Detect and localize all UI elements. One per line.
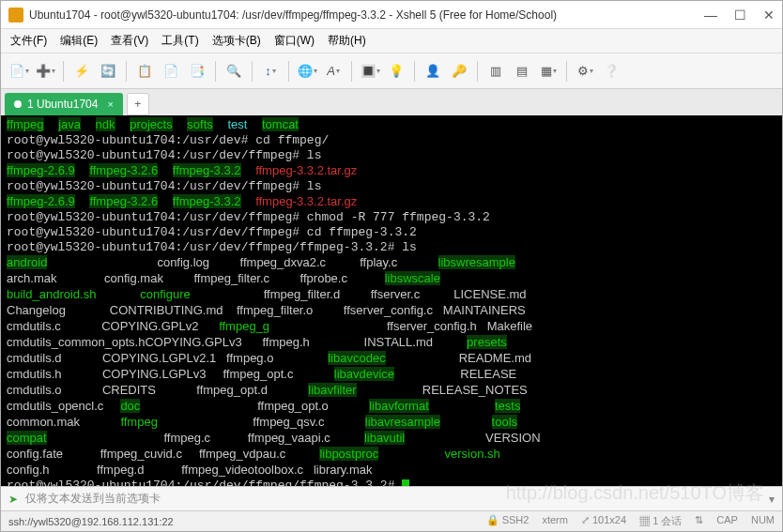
properties-button[interactable]: 📑 <box>187 61 207 82</box>
key-button[interactable]: 🔑 <box>449 61 469 82</box>
tab-new-button[interactable]: + <box>127 93 149 115</box>
tab-session-1[interactable]: 1 Ubuntu1704 × <box>5 93 123 115</box>
toolbar: 📄 ➕ ⚡ 🔄 📋 📄 📑 🔍 ↕ 🌐 A 🔳 💡 👤 🔑 ▥ ▤ ▦ ⚙ ❔ <box>1 53 782 89</box>
reconnect-button[interactable]: 🔄 <box>98 61 118 82</box>
separator <box>63 61 64 82</box>
globe-button[interactable]: 🌐 <box>297 61 317 82</box>
title-bar: Ubuntu1704 - root@ywl5320-ubuntu1704: /u… <box>1 1 782 29</box>
close-button[interactable]: ✕ <box>763 8 775 23</box>
paste-button[interactable]: 📄 <box>161 61 181 82</box>
menu-view[interactable]: 查看(V) <box>111 33 148 49</box>
find-button[interactable]: 🔍 <box>223 61 244 82</box>
status-sess: ▦ 1 会话 <box>639 514 682 528</box>
tab-close-icon[interactable]: × <box>107 99 113 110</box>
separator <box>252 61 253 82</box>
user-button[interactable]: 👤 <box>422 61 443 82</box>
separator <box>351 61 352 82</box>
send-dropdown-icon[interactable]: ▾ <box>769 493 775 506</box>
new-session-button[interactable]: 📄 <box>8 61 29 82</box>
status-num: NUM <box>751 514 775 528</box>
status-updown-icon: ⇅ <box>695 514 703 528</box>
send-arrow-icon: ➤ <box>8 493 18 506</box>
tab-label: 1 Ubuntu1704 <box>27 98 98 111</box>
terminal-output[interactable]: ffmpeg java ndk projects softs test tomc… <box>1 115 782 486</box>
status-ssh: 🔒 SSH2 <box>486 514 530 528</box>
separator <box>477 61 478 82</box>
status-conn: ssh://ywl5320@192.168.112.131:22 <box>8 516 174 527</box>
tab-status-icon <box>14 100 22 108</box>
settings-button[interactable]: ⚙ <box>575 61 595 82</box>
color-button[interactable]: 🔳 <box>360 61 380 82</box>
send-hint[interactable]: 仅将文本发送到当前选项卡 <box>25 491 161 507</box>
separator <box>414 61 415 82</box>
menu-file[interactable]: 文件(F) <box>10 33 47 49</box>
transfer-button[interactable]: ↕ <box>260 61 281 82</box>
separator <box>566 61 567 82</box>
app-icon <box>8 8 23 23</box>
open-button[interactable]: ➕ <box>35 61 55 82</box>
send-bar: ➤ 仅将文本发送到当前选项卡 ▾ <box>1 486 782 510</box>
menu-tabs[interactable]: 选项卡(B) <box>212 33 261 49</box>
maximize-button[interactable]: ☐ <box>734 8 746 23</box>
window-title: Ubuntu1704 - root@ywl5320-ubuntu1704: /u… <box>29 8 704 22</box>
menu-bar: 文件(F) 编辑(E) 查看(V) 工具(T) 选项卡(B) 窗口(W) 帮助(… <box>1 29 782 53</box>
layout-grid-button[interactable]: ▦ <box>538 61 559 82</box>
copy-button[interactable]: 📋 <box>134 61 155 82</box>
separator <box>215 61 216 82</box>
layout-v-button[interactable]: ▥ <box>485 61 506 82</box>
separator <box>126 61 127 82</box>
font-button[interactable]: A <box>323 61 344 82</box>
status-cap: CAP <box>716 514 738 528</box>
menu-help[interactable]: 帮助(H) <box>328 33 366 49</box>
highlight-button[interactable]: 💡 <box>386 61 407 82</box>
status-type: xterm <box>542 514 568 528</box>
layout-h-button[interactable]: ▤ <box>512 61 532 82</box>
status-bar: ssh://ywl5320@192.168.112.131:22 🔒 SSH2 … <box>1 510 782 531</box>
tab-strip: 1 Ubuntu1704 × + <box>1 89 782 115</box>
separator <box>288 61 289 82</box>
help-button[interactable]: ❔ <box>601 61 622 82</box>
minimize-button[interactable]: — <box>704 8 717 23</box>
menu-edit[interactable]: 编辑(E) <box>60 33 98 49</box>
menu-window[interactable]: 窗口(W) <box>274 33 315 49</box>
connect-button[interactable]: ⚡ <box>71 61 92 82</box>
status-size: ⤢ 101x24 <box>581 514 626 528</box>
menu-tools[interactable]: 工具(T) <box>161 33 198 49</box>
